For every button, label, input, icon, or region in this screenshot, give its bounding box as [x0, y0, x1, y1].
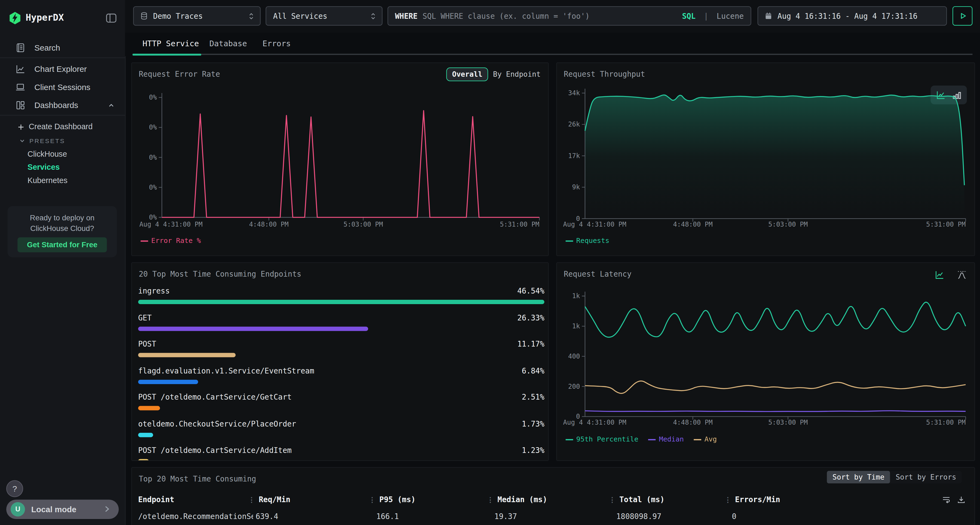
- column-drag-handle-icon[interactable]: ⋮: [369, 496, 375, 504]
- legend-item[interactable]: Avg: [694, 435, 717, 443]
- endpoint-label: ingress: [138, 287, 170, 295]
- preset-services[interactable]: Services: [27, 163, 60, 172]
- histogram-icon[interactable]: [957, 270, 967, 280]
- query-language-toggle[interactable]: SQL | Lucene: [682, 11, 744, 20]
- svg-text:1k: 1k: [572, 322, 581, 330]
- svg-text:0%: 0%: [149, 214, 157, 221]
- endpoint-row[interactable]: POST /oteldemo.CartService/GetCart2.51%: [138, 393, 544, 419]
- help-button[interactable]: ?: [6, 481, 23, 497]
- endpoint-row[interactable]: POST11.17%: [138, 340, 544, 366]
- sidebar-item-search[interactable]: Search: [0, 39, 125, 57]
- throughput-legend: Requests: [566, 237, 609, 245]
- column-header[interactable]: ⋮Median (ms): [487, 495, 547, 504]
- journal-icon: [15, 43, 25, 53]
- run-query-button[interactable]: [953, 6, 972, 25]
- download-icon[interactable]: [957, 495, 966, 506]
- line-chart-icon[interactable]: [934, 270, 944, 280]
- endpoint-row[interactable]: POST /oteldemo.CartService/AddItem1.23%: [138, 446, 544, 461]
- endpoint-bar: [138, 459, 149, 461]
- endpoint-label: oteldemo.CheckoutService/PlaceOrder: [138, 419, 296, 428]
- latency-chart-toolbar: [934, 270, 967, 280]
- legend-item[interactable]: Median: [648, 435, 684, 443]
- promo-text-line2: ClickHouse Cloud?: [8, 224, 117, 234]
- legend-swatch: [566, 240, 573, 241]
- legend-item[interactable]: 95th Percentile: [566, 435, 638, 443]
- column-header[interactable]: Endpoint: [138, 495, 174, 504]
- endpoint-label: POST /oteldemo.CartService/GetCart: [138, 393, 291, 401]
- error-rate-chart[interactable]: 0%0%0%0%0%Aug 4 4:31:00 PM4:48:00 PM5:03…: [137, 88, 544, 233]
- column-drag-handle-icon[interactable]: ⋮: [487, 496, 494, 504]
- divider: [0, 57, 125, 58]
- panel-title: Request Error Rate: [139, 70, 220, 79]
- tab-database[interactable]: Database: [209, 39, 247, 48]
- logo-row: HyperDX: [0, 0, 125, 35]
- sidebar-item-dashboards[interactable]: Dashboards: [0, 96, 125, 114]
- endpoint-row[interactable]: ingress46.54%: [138, 287, 544, 313]
- search-input[interactable]: WHERE SQL WHERE clause (ex. column = 'fo…: [387, 6, 751, 25]
- endpoint-bar: [138, 353, 235, 357]
- error-rate-view-toggle: Overall By Endpoint: [447, 67, 541, 81]
- endpoint-row[interactable]: GET26.33%: [138, 313, 544, 339]
- legend-item[interactable]: Requests: [566, 237, 609, 245]
- preset-clickhouse[interactable]: ClickHouse: [27, 150, 67, 159]
- sidebar-item-client-sessions[interactable]: Client Sessions: [0, 78, 125, 96]
- column-header[interactable]: ⋮P95 (ms): [369, 495, 416, 504]
- endpoint-row[interactable]: oteldemo.CheckoutService/PlaceOrder1.73%: [138, 419, 544, 446]
- plus-icon: [18, 123, 24, 130]
- legend-label: Avg: [705, 435, 717, 443]
- endpoint-row[interactable]: flagd.evaluation.v1.Service/EventStream6…: [138, 366, 544, 393]
- column-drag-handle-icon[interactable]: ⋮: [248, 496, 255, 504]
- endpoint-bar: [138, 300, 544, 304]
- table-cell[interactable]: /oteldemo.RecommendationServ: [138, 512, 253, 521]
- wrap-text-icon[interactable]: [942, 495, 951, 506]
- sidebar-item-chart-explorer[interactable]: Chart Explorer: [0, 60, 125, 78]
- sort-by-errors-button[interactable]: Sort by Errors: [890, 471, 962, 484]
- clickhouse-cloud-promo: Ready to deploy on ClickHouse Cloud? Get…: [8, 206, 117, 257]
- legend-item[interactable]: Error Rate %: [141, 237, 201, 245]
- column-header-label: P95 (ms): [379, 495, 416, 504]
- overall-toggle-button[interactable]: Overall: [447, 67, 488, 81]
- table-cell[interactable]: 0: [732, 512, 845, 521]
- sort-by-time-button[interactable]: Sort by Time: [827, 471, 890, 484]
- svg-text:5:03:00 PM: 5:03:00 PM: [768, 220, 808, 228]
- tab-errors[interactable]: Errors: [262, 39, 291, 48]
- table-cell[interactable]: 639.4: [256, 512, 368, 521]
- throughput-chart[interactable]: 09k17k26k34kAug 4 4:31:00 PM4:48:00 PM5:…: [562, 88, 971, 233]
- service-select[interactable]: All Services: [266, 6, 382, 25]
- column-header[interactable]: ⋮Req/Min: [248, 495, 290, 504]
- presets-section-toggle[interactable]: PRESETS: [19, 137, 65, 144]
- latency-chart[interactable]: 02004001k1kAug 4 4:31:00 PM4:48:00 PM5:0…: [562, 288, 971, 431]
- tab-http-service[interactable]: HTTP Service: [142, 39, 199, 48]
- column-drag-handle-icon[interactable]: ⋮: [724, 496, 731, 504]
- table-cell[interactable]: 166.1: [376, 512, 488, 521]
- sidebar-item-label: Chart Explorer: [34, 64, 87, 73]
- chevron-right-icon: [103, 504, 111, 513]
- table-cell[interactable]: 1808098.97: [616, 512, 729, 521]
- svg-text:17k: 17k: [568, 152, 580, 160]
- user-menu[interactable]: U Local mode: [6, 500, 119, 519]
- panel-endpoints-table: Top 20 Most Time Consuming Sort by Time …: [131, 467, 975, 525]
- endpoint-bar: [138, 433, 153, 437]
- table-header-icons: [942, 495, 966, 506]
- legend-label: 95th Percentile: [576, 435, 638, 443]
- column-header[interactable]: ⋮Total (ms): [609, 495, 665, 504]
- time-range-picker[interactable]: Aug 4 16:31:16 - Aug 4 17:31:16: [757, 6, 947, 25]
- user-mode-label: Local mode: [31, 504, 76, 514]
- by-endpoint-toggle-button[interactable]: By Endpoint: [493, 70, 541, 79]
- column-header-label: Median (ms): [498, 495, 547, 504]
- table-cell[interactable]: 19.37: [494, 512, 607, 521]
- chevron-up-icon[interactable]: [108, 102, 115, 109]
- create-dashboard-button[interactable]: Create Dashboard: [18, 122, 92, 131]
- preset-kubernetes[interactable]: Kubernetes: [27, 176, 67, 185]
- column-header-label: Endpoint: [138, 495, 174, 504]
- source-select[interactable]: Demo Traces: [133, 6, 261, 25]
- sidebar-collapse-icon[interactable]: [105, 12, 118, 24]
- column-drag-handle-icon[interactable]: ⋮: [609, 496, 616, 504]
- column-header[interactable]: ⋮Errors/Min: [724, 495, 780, 504]
- lucene-mode-label[interactable]: Lucene: [717, 11, 744, 20]
- endpoint-percent: 6.84%: [522, 366, 544, 375]
- get-started-button[interactable]: Get Started for Free: [18, 237, 107, 252]
- sql-mode-label[interactable]: SQL: [682, 11, 695, 20]
- search-placeholder: SQL WHERE clause (ex. column = 'foo'): [423, 11, 590, 20]
- svg-text:Aug 4 4:31:00 PM: Aug 4 4:31:00 PM: [139, 220, 202, 228]
